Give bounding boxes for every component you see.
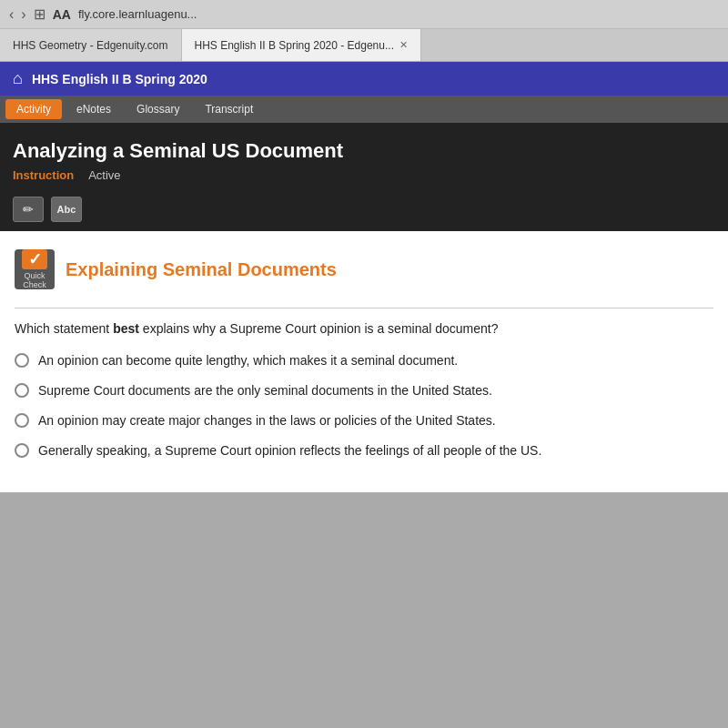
url-bar[interactable]: fly.core.learnluagenu...: [78, 7, 719, 21]
abc-label: Abc: [57, 204, 76, 215]
question-suffix: explains why a Supreme Court opinion is …: [139, 321, 499, 336]
option-text-4: Generally speaking, a Supreme Court opin…: [38, 441, 713, 460]
option-1[interactable]: An opinion can become quite lengthy, whi…: [15, 351, 713, 370]
check-symbol: ✓: [28, 249, 42, 269]
option-4[interactable]: Generally speaking, a Supreme Court opin…: [15, 441, 713, 460]
quick-check-label: Quick Check: [23, 271, 46, 289]
option-2[interactable]: Supreme Court documents are the only sem…: [15, 381, 713, 400]
radio-circle-4[interactable]: [15, 443, 29, 458]
option-text-2: Supreme Court documents are the only sem…: [38, 381, 713, 400]
page-meta: Instruction Active: [13, 168, 715, 182]
tab-enotes[interactable]: eNotes: [66, 99, 122, 119]
main-content: ✓ Quick Check Explaining Seminal Documen…: [0, 231, 728, 492]
tab-activity[interactable]: Activity: [5, 99, 62, 119]
question-prefix: Which statement: [15, 321, 113, 336]
quick-check-header: ✓ Quick Check Explaining Seminal Documen…: [15, 244, 713, 295]
browser-chrome: ‹ › ⊞ AA fly.core.learnluagenu...: [0, 0, 728, 29]
radio-circle-3[interactable]: [15, 413, 29, 428]
tab-geometry[interactable]: HHS Geometry - Edgenuity.com: [0, 29, 182, 61]
question-bold: best: [113, 321, 139, 336]
back-button[interactable]: ‹: [9, 6, 14, 23]
home-icon[interactable]: ⌂: [13, 69, 23, 88]
question-text: Which statement best explains why a Supr…: [15, 319, 713, 339]
app-title: HHS English II B Spring 2020: [32, 72, 207, 86]
check-mark-box: ✓: [22, 249, 47, 269]
page-heading-area: Analyzing a Seminal US Document Instruct…: [0, 123, 728, 191]
radio-circle-2[interactable]: [15, 383, 29, 398]
tab-english[interactable]: HHS English II B Spring 2020 - Edgenu...…: [182, 29, 421, 61]
page-title: Analyzing a Seminal US Document: [13, 139, 715, 163]
sub-nav: Activity eNotes Glossary Transcript: [0, 96, 728, 123]
tab-label: HHS Geometry - Edgenuity.com: [13, 39, 168, 52]
option-3[interactable]: An opinion may create major changes in t…: [15, 411, 713, 430]
bottom-area: [0, 492, 728, 728]
divider: [15, 308, 713, 308]
abc-button[interactable]: Abc: [51, 197, 82, 222]
quick-check-icon-box: ✓ Quick Check: [15, 249, 55, 289]
aa-label: AA: [53, 7, 71, 22]
toolbar: ✏ Abc: [0, 191, 728, 231]
tab-close-icon[interactable]: ✕: [399, 39, 408, 51]
edit-icon: ✏: [23, 202, 34, 217]
option-text-1: An opinion can become quite lengthy, whi…: [38, 351, 713, 370]
edit-button[interactable]: ✏: [13, 197, 44, 222]
radio-circle-1[interactable]: [15, 353, 29, 368]
book-icon: ⊞: [34, 5, 46, 23]
tab-glossary[interactable]: Glossary: [126, 99, 190, 119]
meta-active: Active: [88, 168, 120, 182]
tab-label: HHS English II B Spring 2020 - Edgenu...: [195, 39, 394, 52]
meta-instruction: Instruction: [13, 168, 74, 182]
option-text-3: An opinion may create major changes in t…: [38, 411, 713, 430]
tab-bar: HHS Geometry - Edgenuity.com HHS English…: [0, 29, 728, 62]
tab-transcript[interactable]: Transcript: [194, 99, 264, 119]
section-title: Explaining Seminal Documents: [66, 259, 337, 280]
app-header: ⌂ HHS English II B Spring 2020: [0, 62, 728, 96]
forward-button[interactable]: ›: [21, 6, 25, 23]
